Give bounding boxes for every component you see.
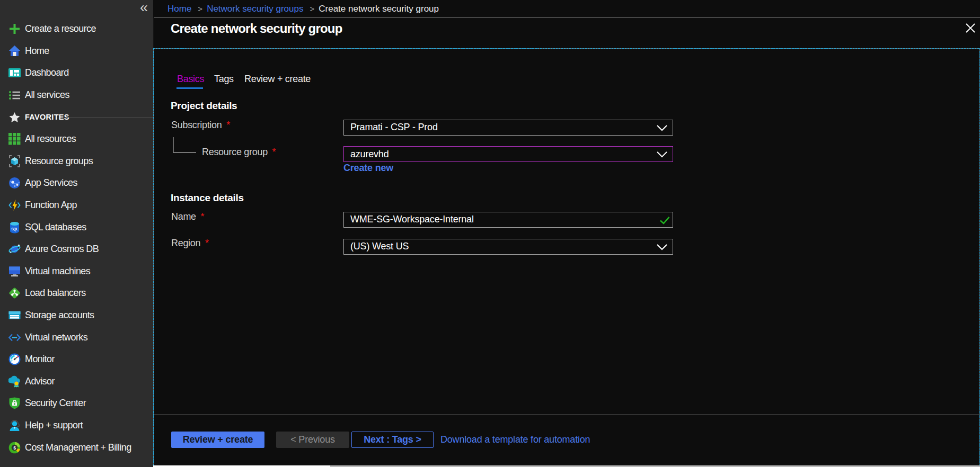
svg-text:$: $ xyxy=(13,445,16,451)
svg-text:SQL: SQL xyxy=(11,227,19,231)
